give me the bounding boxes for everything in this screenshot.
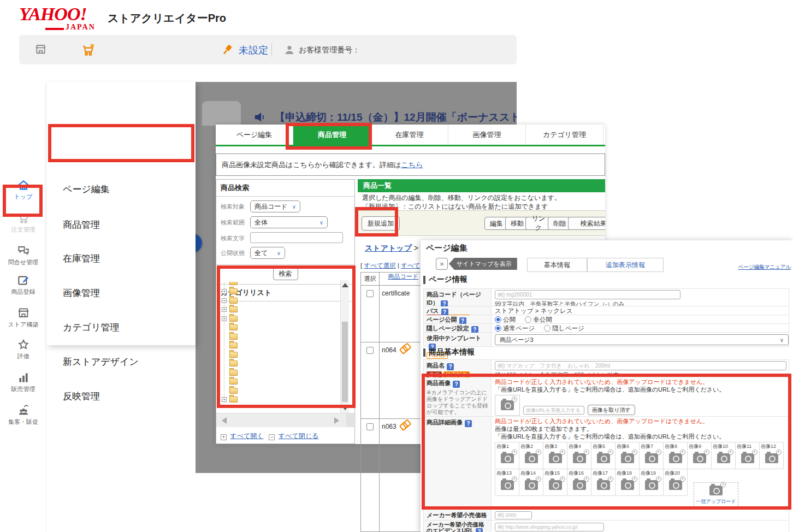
menu-item-publish-management[interactable]: 反映管理 [63, 390, 100, 403]
tree-expander-icon[interactable]: + [222, 397, 227, 402]
help-icon[interactable]: ? [447, 363, 454, 370]
image-slot[interactable]: 画像5+ [591, 442, 616, 469]
radio-public[interactable]: 公開 [495, 316, 516, 323]
collapse-all-link[interactable]: すべて閉じる [279, 432, 318, 440]
category-tree-row[interactable] [222, 341, 340, 350]
page-edit-manual-link[interactable]: ページ編集マニュアル [738, 263, 791, 271]
row-checkbox[interactable] [366, 347, 374, 354]
radio-hidden-page[interactable]: 隠しページ [544, 325, 584, 332]
cart-icon[interactable] [81, 43, 96, 57]
image-url-input[interactable] [523, 406, 584, 415]
category-tree-row[interactable]: + [222, 395, 340, 404]
bulk-upload-button[interactable]: +一括アップロード [694, 482, 738, 509]
category-tree-row[interactable] [222, 350, 340, 359]
category-tree-row[interactable] [222, 282, 340, 287]
publish-state-select[interactable]: 全て∨ [250, 247, 285, 259]
evidence-url-input[interactable] [495, 523, 604, 531]
category-tree-row[interactable] [222, 377, 340, 386]
sidebar-item-store-builder[interactable]: ストア構築 [0, 306, 46, 329]
breadcrumb-store-top-link[interactable]: ストアトップ [365, 244, 412, 252]
menu-item-image-management[interactable]: 画像管理 [63, 287, 100, 300]
search-button[interactable]: 検索 [273, 268, 298, 280]
category-tree-row[interactable] [222, 386, 340, 395]
tab-basic-info[interactable]: 基本情報 [527, 258, 587, 272]
scroll-right-arrow[interactable] [334, 417, 339, 424]
button-search-result[interactable]: 検索結果を商品 [568, 217, 605, 230]
expand-all-link[interactable]: すべて開く [230, 432, 263, 440]
scroll-left-arrow[interactable] [222, 417, 227, 424]
main-image-dropzone[interactable]: + [495, 395, 520, 416]
tab-page-edit[interactable]: ページ編集 [216, 125, 293, 145]
menu-item-product-management[interactable]: 商品管理 [63, 218, 100, 232]
search-text-input[interactable] [250, 232, 343, 243]
notice-link[interactable]: こちら [401, 161, 423, 169]
sidebar-item-product-registration[interactable]: 商品登録 [0, 273, 46, 296]
category-tree-row[interactable]: + [222, 314, 340, 323]
image-slot[interactable]: 画像8+ [663, 442, 688, 469]
category-tree-row[interactable]: + [222, 296, 340, 305]
sidebar-item-reviews[interactable]: 評価 [0, 338, 46, 360]
tab-image-management[interactable]: 画像管理 [448, 125, 526, 145]
image-slot[interactable]: 画像18+ [615, 469, 640, 496]
image-slot[interactable]: 画像14+ [519, 469, 543, 496]
menu-item-category-management[interactable]: カテゴリ管理 [63, 321, 120, 334]
sidebar-item-inquiries[interactable]: 問合せ管理 [0, 244, 46, 267]
image-slot[interactable]: 画像1+ [495, 442, 519, 469]
row-checkbox[interactable] [366, 423, 374, 430]
scrollbar-thumb[interactable] [342, 322, 348, 402]
scroll-up-arrow[interactable] [342, 283, 348, 287]
image-slot[interactable]: 画像10+ [711, 442, 736, 469]
category-tree-row[interactable] [222, 323, 340, 332]
help-icon[interactable]: ? [465, 420, 472, 427]
auction-status[interactable]: 未設定 [239, 44, 268, 57]
menu-item-new-store-design[interactable]: 新ストアデザイン [63, 356, 139, 369]
sidebar-item-orders[interactable]: 注文管理 [0, 211, 46, 234]
tab-stock-management[interactable]: 在庫管理 [371, 125, 448, 145]
category-tree-row[interactable] [222, 368, 340, 377]
image-slot[interactable]: 画像9+ [687, 442, 712, 469]
image-slot[interactable]: 画像7+ [639, 442, 664, 469]
help-icon[interactable]: ? [476, 528, 483, 532]
yahoo-japan-logo[interactable]: YAHOO! JAPAN [19, 4, 102, 32]
tab-additional-info[interactable]: 追加表示情報 [587, 258, 664, 272]
help-icon[interactable]: ? [453, 381, 460, 388]
category-tree-row[interactable]: + [222, 287, 340, 296]
horizontal-scrollbar[interactable] [216, 413, 356, 427]
category-tree-row[interactable] [222, 359, 340, 368]
product-name-input[interactable] [495, 361, 786, 370]
remove-image-button[interactable]: 画像を取り消す [588, 405, 635, 415]
image-slot[interactable]: 画像3+ [543, 442, 567, 469]
auction-gavel-icon[interactable] [220, 43, 234, 57]
menu-item-page-edit[interactable]: ページ編集 [63, 183, 110, 196]
store-icon[interactable] [34, 43, 48, 56]
image-slot[interactable]: 画像15+ [543, 469, 567, 496]
show-sitemap-button[interactable]: サイトマップを表示 [449, 258, 517, 270]
image-slot[interactable]: 画像6+ [615, 442, 640, 469]
search-scope-select[interactable]: 全体∨ [250, 216, 328, 228]
image-slot[interactable]: 画像4+ [567, 442, 591, 469]
msrp-input[interactable] [495, 511, 532, 519]
sidebar-item-marketing[interactable]: 集客・販促 [0, 403, 46, 426]
radio-normal-page[interactable]: 通常ページ [495, 325, 535, 332]
scroll-down-arrow[interactable] [342, 406, 348, 410]
add-new-button[interactable]: 新規追加 [362, 216, 400, 230]
image-slot[interactable]: 画像2+ [519, 442, 543, 469]
image-slot[interactable]: 画像13+ [495, 469, 519, 496]
image-slot[interactable]: 画像11+ [735, 442, 760, 469]
sidebar-item-top[interactable]: トップ [0, 178, 46, 201]
category-tree-row[interactable]: + [222, 305, 340, 314]
category-tree-row[interactable] [222, 332, 340, 341]
template-select[interactable]: 商品ページ3∨ [495, 334, 789, 345]
vertical-scrollbar[interactable] [340, 280, 349, 413]
radio-private[interactable]: 非公開 [525, 316, 552, 323]
select-all-link[interactable]: すべて選択 [364, 262, 395, 269]
announcement-banner[interactable]: 【申込締切：11/15（金）】12月開催「ボーナスストアPlus」 [275, 110, 517, 125]
search-target-select[interactable]: 商品コード∨ [250, 200, 300, 212]
image-slot[interactable]: 画像20+ [663, 469, 688, 496]
image-slot[interactable]: 画像17+ [591, 469, 616, 496]
product-code-input[interactable] [495, 290, 680, 299]
sidebar-item-sales-management[interactable]: 販売管理 [0, 370, 46, 393]
collapse-button[interactable]: » [436, 258, 448, 270]
image-slot[interactable]: 画像12+ [759, 442, 784, 469]
deselect-all-link[interactable]: すべて [401, 262, 420, 269]
